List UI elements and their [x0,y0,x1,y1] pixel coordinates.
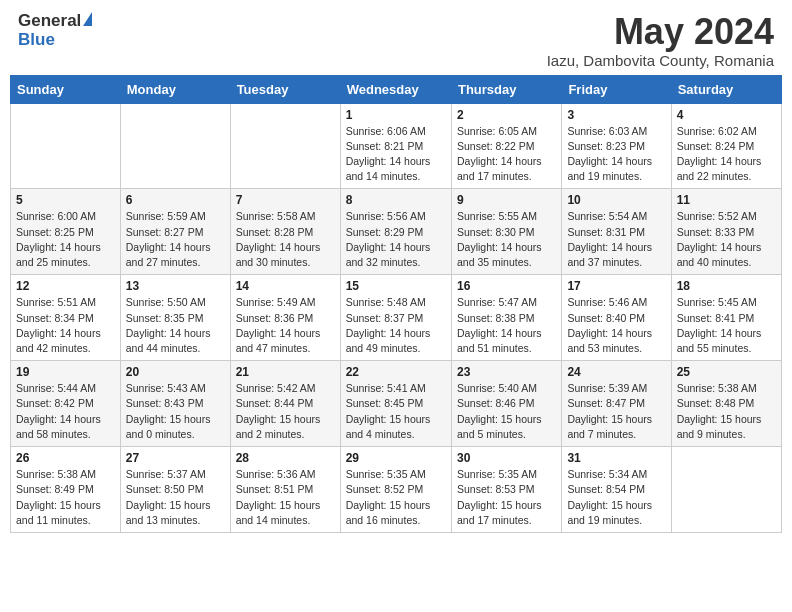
day-number: 21 [236,365,335,379]
day-info: Sunrise: 5:35 AM Sunset: 8:53 PM Dayligh… [457,467,556,528]
day-number: 31 [567,451,665,465]
day-number: 27 [126,451,225,465]
day-number: 30 [457,451,556,465]
day-number: 24 [567,365,665,379]
day-number: 8 [346,193,446,207]
day-info: Sunrise: 5:38 AM Sunset: 8:49 PM Dayligh… [16,467,115,528]
day-cell: 3Sunrise: 6:03 AM Sunset: 8:23 PM Daylig… [562,103,671,189]
day-number: 4 [677,108,776,122]
day-cell: 24Sunrise: 5:39 AM Sunset: 8:47 PM Dayli… [562,361,671,447]
day-info: Sunrise: 6:02 AM Sunset: 8:24 PM Dayligh… [677,124,776,185]
day-number: 5 [16,193,115,207]
day-info: Sunrise: 5:59 AM Sunset: 8:27 PM Dayligh… [126,209,225,270]
day-cell: 31Sunrise: 5:34 AM Sunset: 8:54 PM Dayli… [562,447,671,533]
day-info: Sunrise: 5:39 AM Sunset: 8:47 PM Dayligh… [567,381,665,442]
day-cell: 30Sunrise: 5:35 AM Sunset: 8:53 PM Dayli… [451,447,561,533]
day-cell: 9Sunrise: 5:55 AM Sunset: 8:30 PM Daylig… [451,189,561,275]
day-info: Sunrise: 5:46 AM Sunset: 8:40 PM Dayligh… [567,295,665,356]
day-header-monday: Monday [120,75,230,103]
day-number: 22 [346,365,446,379]
logo-blue: Blue [18,31,92,50]
day-info: Sunrise: 5:54 AM Sunset: 8:31 PM Dayligh… [567,209,665,270]
day-header-tuesday: Tuesday [230,75,340,103]
day-cell: 20Sunrise: 5:43 AM Sunset: 8:43 PM Dayli… [120,361,230,447]
location: Iazu, Dambovita County, Romania [547,52,774,69]
day-info: Sunrise: 5:36 AM Sunset: 8:51 PM Dayligh… [236,467,335,528]
day-cell: 7Sunrise: 5:58 AM Sunset: 8:28 PM Daylig… [230,189,340,275]
day-info: Sunrise: 5:56 AM Sunset: 8:29 PM Dayligh… [346,209,446,270]
day-info: Sunrise: 5:38 AM Sunset: 8:48 PM Dayligh… [677,381,776,442]
day-info: Sunrise: 5:42 AM Sunset: 8:44 PM Dayligh… [236,381,335,442]
day-number: 28 [236,451,335,465]
day-info: Sunrise: 5:41 AM Sunset: 8:45 PM Dayligh… [346,381,446,442]
day-number: 2 [457,108,556,122]
day-info: Sunrise: 5:37 AM Sunset: 8:50 PM Dayligh… [126,467,225,528]
month-title: May 2024 [547,12,774,52]
day-number: 13 [126,279,225,293]
day-info: Sunrise: 5:51 AM Sunset: 8:34 PM Dayligh… [16,295,115,356]
day-cell [11,103,121,189]
day-info: Sunrise: 5:50 AM Sunset: 8:35 PM Dayligh… [126,295,225,356]
day-cell: 1Sunrise: 6:06 AM Sunset: 8:21 PM Daylig… [340,103,451,189]
day-number: 3 [567,108,665,122]
day-cell: 17Sunrise: 5:46 AM Sunset: 8:40 PM Dayli… [562,275,671,361]
day-info: Sunrise: 5:47 AM Sunset: 8:38 PM Dayligh… [457,295,556,356]
day-header-friday: Friday [562,75,671,103]
day-number: 23 [457,365,556,379]
day-info: Sunrise: 5:35 AM Sunset: 8:52 PM Dayligh… [346,467,446,528]
calendar-wrapper: SundayMondayTuesdayWednesdayThursdayFrid… [0,75,792,543]
day-number: 16 [457,279,556,293]
day-number: 7 [236,193,335,207]
day-cell: 15Sunrise: 5:48 AM Sunset: 8:37 PM Dayli… [340,275,451,361]
day-cell: 29Sunrise: 5:35 AM Sunset: 8:52 PM Dayli… [340,447,451,533]
day-info: Sunrise: 6:03 AM Sunset: 8:23 PM Dayligh… [567,124,665,185]
day-cell: 14Sunrise: 5:49 AM Sunset: 8:36 PM Dayli… [230,275,340,361]
day-number: 19 [16,365,115,379]
day-info: Sunrise: 5:58 AM Sunset: 8:28 PM Dayligh… [236,209,335,270]
day-info: Sunrise: 5:52 AM Sunset: 8:33 PM Dayligh… [677,209,776,270]
title-area: May 2024 Iazu, Dambovita County, Romania [547,12,774,69]
day-cell: 11Sunrise: 5:52 AM Sunset: 8:33 PM Dayli… [671,189,781,275]
logo-icon [83,12,92,26]
day-cell: 21Sunrise: 5:42 AM Sunset: 8:44 PM Dayli… [230,361,340,447]
day-cell: 25Sunrise: 5:38 AM Sunset: 8:48 PM Dayli… [671,361,781,447]
day-cell: 18Sunrise: 5:45 AM Sunset: 8:41 PM Dayli… [671,275,781,361]
page-header: General Blue May 2024 Iazu, Dambovita Co… [0,0,792,75]
day-cell: 19Sunrise: 5:44 AM Sunset: 8:42 PM Dayli… [11,361,121,447]
day-cell: 16Sunrise: 5:47 AM Sunset: 8:38 PM Dayli… [451,275,561,361]
logo: General Blue [18,12,92,49]
day-info: Sunrise: 5:40 AM Sunset: 8:46 PM Dayligh… [457,381,556,442]
week-row-1: 1Sunrise: 6:06 AM Sunset: 8:21 PM Daylig… [11,103,782,189]
day-cell: 8Sunrise: 5:56 AM Sunset: 8:29 PM Daylig… [340,189,451,275]
day-number: 17 [567,279,665,293]
day-number: 14 [236,279,335,293]
day-info: Sunrise: 5:48 AM Sunset: 8:37 PM Dayligh… [346,295,446,356]
day-cell [230,103,340,189]
day-number: 1 [346,108,446,122]
day-number: 18 [677,279,776,293]
day-number: 10 [567,193,665,207]
day-cell: 23Sunrise: 5:40 AM Sunset: 8:46 PM Dayli… [451,361,561,447]
day-info: Sunrise: 6:05 AM Sunset: 8:22 PM Dayligh… [457,124,556,185]
day-number: 15 [346,279,446,293]
day-info: Sunrise: 6:00 AM Sunset: 8:25 PM Dayligh… [16,209,115,270]
day-number: 11 [677,193,776,207]
day-cell: 6Sunrise: 5:59 AM Sunset: 8:27 PM Daylig… [120,189,230,275]
day-cell: 10Sunrise: 5:54 AM Sunset: 8:31 PM Dayli… [562,189,671,275]
day-number: 26 [16,451,115,465]
day-number: 20 [126,365,225,379]
day-info: Sunrise: 5:55 AM Sunset: 8:30 PM Dayligh… [457,209,556,270]
day-header-wednesday: Wednesday [340,75,451,103]
day-header-thursday: Thursday [451,75,561,103]
day-cell [671,447,781,533]
day-cell: 26Sunrise: 5:38 AM Sunset: 8:49 PM Dayli… [11,447,121,533]
day-number: 29 [346,451,446,465]
calendar-header-row: SundayMondayTuesdayWednesdayThursdayFrid… [11,75,782,103]
day-info: Sunrise: 6:06 AM Sunset: 8:21 PM Dayligh… [346,124,446,185]
day-cell: 13Sunrise: 5:50 AM Sunset: 8:35 PM Dayli… [120,275,230,361]
week-row-4: 19Sunrise: 5:44 AM Sunset: 8:42 PM Dayli… [11,361,782,447]
day-number: 9 [457,193,556,207]
day-cell: 12Sunrise: 5:51 AM Sunset: 8:34 PM Dayli… [11,275,121,361]
day-info: Sunrise: 5:43 AM Sunset: 8:43 PM Dayligh… [126,381,225,442]
day-cell: 28Sunrise: 5:36 AM Sunset: 8:51 PM Dayli… [230,447,340,533]
